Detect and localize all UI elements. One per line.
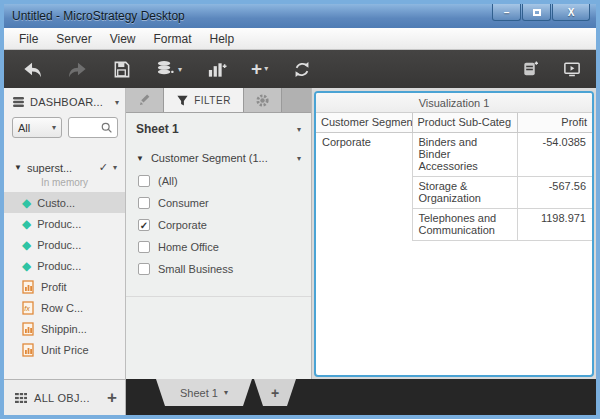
add-sheet-tab[interactable]: + <box>254 379 296 406</box>
object-type-caret-icon: ▾ <box>52 123 56 132</box>
attribute-icon: ◆ <box>22 239 31 251</box>
checkbox[interactable] <box>138 175 150 187</box>
dataset-expander-icon[interactable]: ▼ <box>14 163 22 172</box>
attribute-icon: ◆ <box>22 260 31 272</box>
menu-bar: File Server View Format Help <box>4 28 596 50</box>
grid-header-row: Customer Segment Product Sub-Categ Profi… <box>316 113 592 132</box>
all-objects-bar[interactable]: ALL OBJ... + <box>4 379 126 415</box>
dataset-node[interactable]: ▼ superst... ✓ ▾ <box>4 157 125 175</box>
dataset-search-box[interactable] <box>68 117 118 138</box>
datasets-header[interactable]: DASHBOAR... ▾ <box>4 88 125 112</box>
add-data-icon[interactable]: ▾ <box>155 59 182 79</box>
checkbox-checked[interactable]: ✓ <box>138 219 150 231</box>
field-product-1[interactable]: ◆ Produc... <box>4 213 125 234</box>
checkbox[interactable] <box>138 263 150 275</box>
visualization-title-bar[interactable]: Visualization 1 <box>316 93 592 113</box>
close-button[interactable]: X <box>552 4 590 21</box>
main-content: DASHBOAR... ▾ All ▾ ▼ superst... <box>4 88 596 379</box>
col-product-subcategory[interactable]: Product Sub-Categ <box>412 113 517 132</box>
grid-visualization: Customer Segment Product Sub-Categ Profi… <box>316 113 592 241</box>
tab-edit[interactable] <box>126 88 164 112</box>
field-profit[interactable]: Profit <box>4 276 125 297</box>
sheet-selector-caret-icon: ▾ <box>297 125 301 134</box>
menu-view[interactable]: View <box>101 30 145 48</box>
attribute-icon: ◆ <box>22 197 31 209</box>
svg-text:fx: fx <box>24 305 30 312</box>
gear-icon <box>255 93 270 108</box>
datasets-sidebar: DASHBOAR... ▾ All ▾ ▼ superst... <box>4 88 126 379</box>
filter-option-all[interactable]: (All) <box>126 170 311 192</box>
filter-option-corporate[interactable]: ✓ Corporate <box>126 214 311 236</box>
app-window: Untitled - MicroStrategy Desktop – X Fil… <box>0 0 600 419</box>
filter-tab-label: FILTER <box>194 95 231 106</box>
object-type-dropdown[interactable]: All ▾ <box>12 117 62 138</box>
cell-profit: -54.0385 <box>517 132 592 176</box>
cell-subcategory: Storage & Organization <box>412 176 517 208</box>
menu-format[interactable]: Format <box>144 30 200 48</box>
menu-help[interactable]: Help <box>201 30 244 48</box>
filter-sheet-selector[interactable]: Sheet 1 ▾ <box>126 113 311 144</box>
minimize-button[interactable]: – <box>492 4 521 21</box>
field-shipping[interactable]: Shippin... <box>4 318 125 339</box>
insert-object-caret-icon: ▾ <box>264 60 268 78</box>
sheet-tab-bar: Sheet 1 ▾ + <box>126 379 596 415</box>
col-customer-segment[interactable]: Customer Segment <box>316 113 412 132</box>
field-product-3[interactable]: ◆ Produc... <box>4 255 125 276</box>
visualization-panel[interactable]: Visualization 1 Customer Segment Product… <box>314 91 594 377</box>
checkbox[interactable] <box>138 241 150 253</box>
toolbar-right-group <box>520 60 582 79</box>
undo-icon[interactable] <box>22 60 43 79</box>
insert-visualization-icon[interactable] <box>206 60 227 79</box>
filter-option-consumer[interactable]: Consumer <box>126 192 311 214</box>
title-bar[interactable]: Untitled - MicroStrategy Desktop – X <box>4 4 596 28</box>
checkbox[interactable] <box>138 197 150 209</box>
col-profit[interactable]: Profit <box>517 113 592 132</box>
field-customer[interactable]: ◆ Custo... <box>4 192 125 213</box>
window-title: Untitled - MicroStrategy Desktop <box>12 9 185 23</box>
add-object-button[interactable]: + <box>107 391 117 405</box>
tab-settings[interactable] <box>244 88 282 112</box>
dataset-status: In memory <box>4 175 125 192</box>
sidebar-controls: All ▾ <box>4 112 125 143</box>
menu-file[interactable]: File <box>10 30 47 48</box>
filter-option-small-business[interactable]: Small Business <box>126 258 311 280</box>
insert-object-icon[interactable]: + ▾ <box>251 60 268 78</box>
cell-segment: Corporate <box>316 132 412 240</box>
sheet-tab[interactable]: Sheet 1 ▾ <box>156 379 252 406</box>
refresh-icon[interactable] <box>292 60 312 79</box>
filter-group-caret-icon[interactable]: ▾ <box>297 154 301 163</box>
sheet-tab-caret-icon[interactable]: ▾ <box>224 388 228 397</box>
metric-icon <box>22 322 35 336</box>
save-icon[interactable] <box>112 60 131 79</box>
toolbar: ▾ + ▾ <box>4 50 596 88</box>
grid-row: Corporate Binders and Binder Accessories… <box>316 132 592 176</box>
send-to-dossier-icon[interactable] <box>520 60 540 79</box>
filter-option-home-office[interactable]: Home Office <box>126 236 311 258</box>
dataset-caret-icon[interactable]: ▾ <box>113 163 117 172</box>
attribute-icon: ◆ <box>22 218 31 230</box>
editor-panel: FILTER Sheet 1 ▾ ▼ Customer Segment (1..… <box>126 88 312 379</box>
menu-server[interactable]: Server <box>47 30 100 48</box>
field-product-2[interactable]: ◆ Produc... <box>4 234 125 255</box>
toolbar-left-group: ▾ + ▾ <box>22 59 312 79</box>
field-row-count[interactable]: fx Row C... <box>4 297 125 318</box>
maximize-button[interactable] <box>522 4 551 21</box>
filter-group-expander-icon[interactable]: ▼ <box>136 154 144 163</box>
dataset-check-icon: ✓ <box>99 161 108 174</box>
redo-icon[interactable] <box>67 60 88 79</box>
datasets-icon <box>12 96 25 108</box>
datasets-header-label: DASHBOAR... <box>30 96 103 108</box>
tab-filter[interactable]: FILTER <box>164 88 244 112</box>
cell-subcategory: Binders and Binder Accessories <box>412 132 517 176</box>
canvas-area: Visualization 1 Customer Segment Product… <box>312 88 596 379</box>
editor-tab-strip: FILTER <box>126 88 311 113</box>
function-fx-icon: fx <box>22 301 35 315</box>
filter-group-header[interactable]: ▼ Customer Segment (1... ▾ <box>126 144 311 170</box>
field-unit-price[interactable]: Unit Price <box>4 339 125 360</box>
search-icon <box>100 121 113 134</box>
bottom-bar: ALL OBJ... + Sheet 1 ▾ + <box>4 379 596 415</box>
search-input[interactable] <box>76 122 100 133</box>
presentation-mode-icon[interactable] <box>562 60 582 79</box>
grid-list-icon <box>14 392 28 404</box>
datasets-header-caret-icon[interactable]: ▾ <box>115 98 119 107</box>
